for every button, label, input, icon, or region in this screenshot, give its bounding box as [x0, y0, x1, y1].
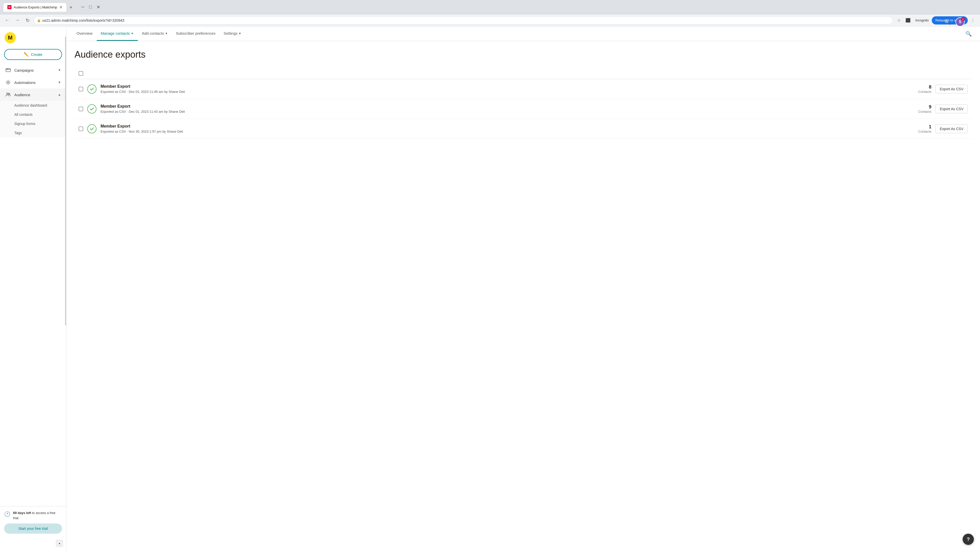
export-csv-button[interactable]: Export As CSV: [935, 124, 968, 133]
sidebar-scrollbar-track: [65, 27, 66, 551]
export-meta-date: Dec 01, 2023 11:43 am: [129, 110, 163, 114]
nav-search-button[interactable]: 🔍: [963, 29, 974, 39]
global-search-button[interactable]: 🔍: [943, 17, 952, 27]
create-button[interactable]: ✏️ Create: [4, 49, 62, 60]
trial-info: 🕐 89 days left to access a free trial.: [4, 510, 62, 520]
window-close-button[interactable]: ✕: [94, 3, 102, 11]
back-button[interactable]: ←: [3, 16, 11, 24]
incognito-label: Incognito: [915, 18, 929, 22]
help-button[interactable]: ?: [963, 534, 974, 545]
trial-days: 89 days left: [13, 511, 31, 515]
audience-label: Audience: [14, 93, 55, 97]
automations-label: Automations: [14, 80, 55, 85]
nav-settings[interactable]: Settings ▼: [220, 27, 245, 41]
export-item: Member Export Exported as CSV · Dec 01, …: [75, 99, 972, 119]
notification-badge: 1: [961, 17, 965, 21]
address-bar[interactable]: 🔒 us21.admin.mailchimp.com/lists/exports…: [34, 16, 893, 24]
automations-chevron-icon: ▼: [58, 81, 61, 84]
reload-button[interactable]: ↻: [24, 16, 32, 24]
export-item-count: 9 Contacts: [911, 104, 931, 114]
export-item-meta: Exported as CSV · Nov 30, 2023 1:57 pm b…: [100, 130, 907, 133]
sidebar-item-audience-dashboard[interactable]: Audience dashboard: [0, 101, 66, 110]
export-item-checkbox[interactable]: [79, 106, 83, 111]
export-item: Member Export Exported as CSV · Nov 30, …: [75, 119, 972, 139]
start-trial-button[interactable]: Start your free trial: [4, 524, 62, 534]
new-tab-button[interactable]: +: [67, 3, 75, 12]
pencil-icon: ✏️: [24, 52, 29, 57]
sidebar-bottom: ▪: [0, 538, 66, 551]
tab-title: Audience Exports | Mailchimp: [14, 5, 57, 9]
svg-point-5: [7, 82, 9, 83]
collapse-icon: ▪: [59, 541, 60, 545]
sidebar-item-automations[interactable]: Automations ▼: [0, 76, 66, 89]
export-meta-exported: Exported: [100, 130, 114, 133]
sidebar: M ✏️ Create Campaigns ▼ Automat: [0, 27, 66, 551]
export-item-count: 1 Contacts: [911, 124, 931, 133]
window-minimize-button[interactable]: ─: [79, 3, 86, 11]
audience-icon: [5, 92, 11, 98]
browser-tabs: M Audience Exports | Mailchimp ✕ +: [3, 3, 75, 12]
tab-favicon: M: [7, 5, 11, 9]
svg-point-3: [6, 68, 7, 69]
forward-button[interactable]: →: [13, 16, 21, 24]
svg-text:M: M: [8, 35, 13, 41]
sidebar-item-all-contacts[interactable]: All contacts: [0, 110, 66, 119]
export-meta-date: Nov 30, 2023 1:57 pm: [129, 130, 162, 133]
search-icon: 🔍: [944, 19, 951, 25]
export-meta-format: as CSV ·: [115, 90, 129, 94]
export-item-meta: Exported as CSV · Dec 01, 2023 11:43 am …: [100, 110, 907, 114]
bookmark-button[interactable]: ☆: [895, 16, 903, 24]
select-all-checkbox[interactable]: [79, 71, 83, 76]
svg-point-4: [8, 68, 8, 69]
sidebar-item-audience[interactable]: Audience ▲: [0, 89, 66, 101]
nav-manage-contacts[interactable]: Manage contacts ▼: [97, 27, 138, 41]
sidebar-scrollbar-thumb: [65, 37, 66, 325]
user-avatar[interactable]: S 1: [956, 17, 965, 27]
export-status-icon: [87, 104, 97, 114]
svg-point-7: [9, 94, 10, 95]
sidebar-collapse-button[interactable]: ▪: [56, 540, 63, 547]
export-list-header: [75, 68, 972, 79]
export-item-name: Member Export: [100, 124, 907, 129]
export-meta-author: by Shane Deli: [164, 110, 185, 114]
sidebar-header: M: [0, 27, 66, 49]
export-item-checkbox[interactable]: [79, 127, 83, 131]
sidebar-item-campaigns[interactable]: Campaigns ▼: [0, 64, 66, 76]
active-tab[interactable]: M Audience Exports | Mailchimp ✕: [3, 3, 67, 12]
export-item-count: 8 Contacts: [911, 84, 931, 94]
sidebar-item-signup-forms[interactable]: Signup forms: [0, 119, 66, 128]
export-item-checkbox[interactable]: [79, 87, 83, 91]
nav-subscriber-preferences[interactable]: Subscriber preferences: [172, 27, 220, 41]
export-meta-date: Dec 01, 2023 11:48 am: [129, 90, 163, 94]
export-item: Member Export Exported as CSV · Dec 01, …: [75, 79, 972, 99]
nav-add-contacts[interactable]: Add contacts ▼: [138, 27, 172, 41]
audience-chevron-icon: ▲: [58, 93, 61, 97]
sidebar-nav: Campaigns ▼ Automations ▼ Audience ▲: [0, 64, 66, 506]
settings-chevron-icon: ▼: [239, 32, 242, 35]
lock-icon: 🔒: [37, 19, 41, 22]
export-count-number: 8: [911, 84, 931, 90]
nav-overview[interactable]: Overview: [73, 27, 97, 41]
export-csv-button[interactable]: Export As CSV: [935, 105, 968, 113]
menu-button[interactable]: ⋮: [969, 16, 977, 24]
automations-icon: [5, 79, 11, 86]
export-csv-button[interactable]: Export As CSV: [935, 85, 968, 94]
main-content: Overview Manage contacts ▼ Add contacts …: [66, 27, 980, 551]
export-meta-author: by Shane Deli: [164, 90, 185, 94]
browser-chrome: M Audience Exports | Mailchimp ✕ + ─ □ ✕: [0, 0, 980, 14]
export-status-icon: [87, 84, 97, 94]
window-maximize-button[interactable]: □: [87, 3, 94, 11]
svg-point-6: [6, 93, 8, 94]
page-title: Audience exports: [75, 49, 972, 60]
extensions-button[interactable]: ⬛: [904, 16, 912, 24]
tab-close-button[interactable]: ✕: [59, 5, 62, 10]
campaigns-icon: [5, 67, 11, 73]
audience-sub-items: Audience dashboard All contacts Signup f…: [0, 101, 66, 138]
browser-toolbar: ← → ↻ 🔒 us21.admin.mailchimp.com/lists/e…: [0, 14, 980, 27]
nav-add-contacts-label: Add contacts: [142, 31, 164, 35]
nav-subscriber-preferences-label: Subscriber preferences: [176, 31, 215, 35]
export-meta-exported: Exported: [100, 90, 114, 94]
sidebar-item-tags[interactable]: Tags: [0, 128, 66, 138]
nav-manage-contacts-label: Manage contacts: [101, 31, 130, 35]
mailchimp-logo[interactable]: M: [4, 32, 16, 44]
